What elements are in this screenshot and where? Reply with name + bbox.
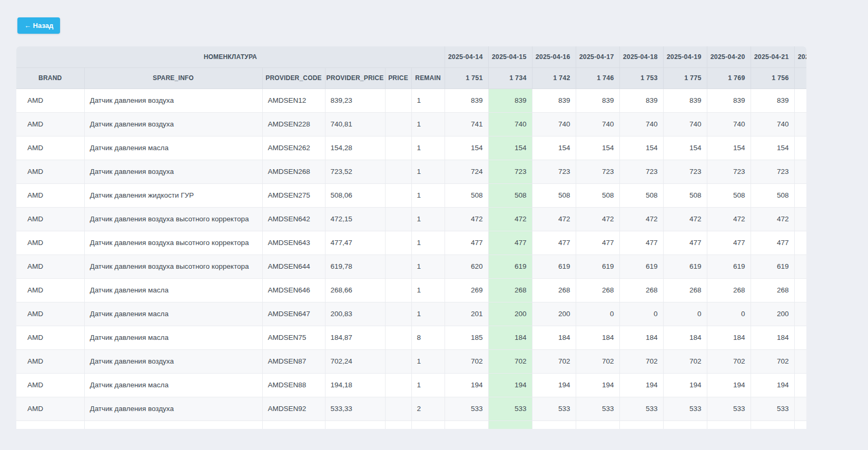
cell-remain: 1 — [411, 89, 445, 112]
cell-stock-value: 512 — [445, 420, 488, 429]
cell-spare-info: Датчик давления воздуха — [84, 160, 262, 183]
cell-brand: AMD — [16, 160, 84, 183]
cell-stock-value: 194 — [576, 373, 619, 397]
table-row: AMDДатчик давления воздуха высотного кор… — [16, 207, 806, 231]
cell-stock-value — [794, 89, 806, 112]
cell-stock-value: 472 — [445, 207, 488, 231]
cell-price — [385, 183, 411, 207]
cell-stock-value: 740 — [619, 112, 663, 136]
cell-spare-info: Датчик давления воздуха высотного коррек… — [84, 231, 262, 255]
cell-stock-value: 154 — [663, 136, 707, 160]
cell-provider-code: AMDSEN262 — [262, 136, 325, 160]
cell-brand: AMD — [16, 420, 84, 429]
cell-stock-value: 154 — [576, 136, 619, 160]
cell-stock-value: 533 — [488, 397, 532, 420]
cell-spare-info: Датчик давления воздуха — [84, 397, 262, 420]
cell-stock-value: 472 — [707, 207, 751, 231]
cell-provider-price: 184,87 — [325, 326, 385, 349]
cell-price — [385, 302, 411, 326]
cell-stock-value: 839 — [445, 89, 488, 112]
cell-stock-value: 472 — [751, 207, 794, 231]
cell-stock-value: 740 — [707, 112, 751, 136]
cell-stock-value: 508 — [488, 183, 532, 207]
cell-stock-value: 620 — [445, 255, 488, 278]
date-total-header: 1 775 — [663, 67, 707, 89]
date-column-header: 2025-04-22 — [794, 46, 806, 67]
price-table-container[interactable]: НОМЕНКЛАТУРА 2025-04-142025-04-152025-04… — [16, 46, 806, 429]
cell-provider-price: 508,06 — [325, 183, 385, 207]
cell-stock-value: 477 — [445, 231, 488, 255]
table-row: AMDДатчик давления воздухаAMDSEN87702,24… — [16, 349, 806, 373]
cell-remain: 1 — [411, 302, 445, 326]
cell-stock-value: 268 — [707, 278, 751, 302]
cell-stock-value: 184 — [663, 326, 707, 349]
cell-stock-value — [794, 183, 806, 207]
date-column-header: 2025-04-16 — [532, 46, 576, 67]
cell-stock-value: 194 — [445, 373, 488, 397]
cell-stock-value — [794, 278, 806, 302]
cell-stock-value — [794, 207, 806, 231]
date-column-header: 2025-04-21 — [751, 46, 794, 67]
cell-remain: 8 — [411, 326, 445, 349]
table-row: AMDДатчик давления маслаAMDSEN646268,661… — [16, 278, 806, 302]
cell-stock-value: 702 — [707, 349, 751, 373]
nomenclature-group-header: НОМЕНКЛАТУРА — [16, 46, 445, 67]
cell-stock-value: 702 — [576, 349, 619, 373]
cell-stock-value: 723 — [663, 160, 707, 183]
date-column-header: 2025-04-14 — [445, 46, 488, 67]
cell-stock-value: 508 — [576, 183, 619, 207]
cell-stock-value: 194 — [663, 373, 707, 397]
cell-stock-value: 154 — [619, 136, 663, 160]
cell-spare-info: Датчик давления воздуха — [84, 89, 262, 112]
back-button[interactable]: ← Назад — [17, 17, 60, 34]
cell-stock-value: 511 — [532, 420, 576, 429]
cell-price — [385, 136, 411, 160]
cell-provider-price: 533,33 — [325, 397, 385, 420]
cell-stock-value: 533 — [663, 397, 707, 420]
cell-stock-value: 268 — [751, 278, 794, 302]
cell-provider-price: 723,52 — [325, 160, 385, 183]
cell-remain: 1 — [411, 349, 445, 373]
column-header: REMAIN — [411, 67, 445, 89]
cell-provider-code: AMDSEN642 — [262, 207, 325, 231]
column-header: BRAND — [16, 67, 84, 89]
cell-stock-value — [794, 160, 806, 183]
cell-stock-value: 740 — [488, 112, 532, 136]
cell-remain: 1 — [411, 207, 445, 231]
cell-provider-code: AMDSEN643 — [262, 231, 325, 255]
cell-price — [385, 420, 411, 429]
cell-stock-value: 723 — [619, 160, 663, 183]
cell-brand: AMD — [16, 207, 84, 231]
cell-stock-value: 508 — [532, 183, 576, 207]
cell-provider-code: AMDSEN92 — [262, 397, 325, 420]
cell-stock-value: 619 — [532, 255, 576, 278]
cell-price — [385, 278, 411, 302]
cell-stock-value: 533 — [619, 397, 663, 420]
cell-stock-value: 723 — [751, 160, 794, 183]
cell-provider-code: AMDSEN646 — [262, 278, 325, 302]
cell-stock-value: 200 — [532, 302, 576, 326]
cell-price — [385, 373, 411, 397]
cell-stock-value: 200 — [488, 302, 532, 326]
cell-remain: 1 — [411, 255, 445, 278]
cell-stock-value — [794, 255, 806, 278]
cell-stock-value: 740 — [663, 112, 707, 136]
cell-spare-info: Датчик давления масла — [84, 302, 262, 326]
cell-stock-value: 268 — [576, 278, 619, 302]
cell-stock-value: 477 — [707, 231, 751, 255]
column-header: SPARE_INFO — [84, 67, 262, 89]
table-header: НОМЕНКЛАТУРА 2025-04-142025-04-152025-04… — [16, 46, 806, 89]
cell-stock-value — [794, 326, 806, 349]
cell-stock-value: 477 — [576, 231, 619, 255]
cell-brand: AMD — [16, 255, 84, 278]
cell-stock-value: 508 — [619, 183, 663, 207]
cell-spare-info: Датчик давления воздуха — [84, 112, 262, 136]
cell-stock-value: 702 — [751, 349, 794, 373]
cell-stock-value: 533 — [576, 397, 619, 420]
cell-stock-value: 268 — [488, 278, 532, 302]
cell-remain: 1 — [411, 136, 445, 160]
column-header: PROVIDER_PRICE — [325, 67, 385, 89]
cell-stock-value: 839 — [576, 89, 619, 112]
cell-stock-value — [794, 136, 806, 160]
cell-stock-value — [794, 349, 806, 373]
